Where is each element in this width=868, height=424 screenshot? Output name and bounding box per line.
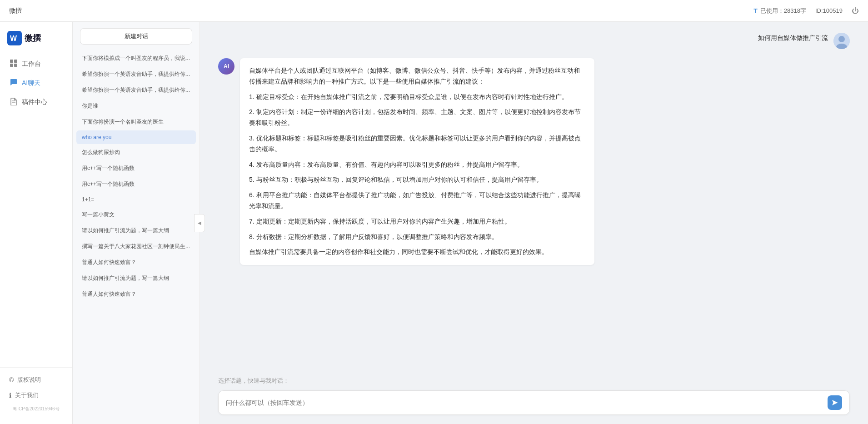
history-item[interactable]: 普通人如何快速致富？ <box>76 255 196 270</box>
icp-text: 粤ICP备2022015946号 <box>0 403 72 415</box>
copyright-icon: © <box>9 376 14 384</box>
nav-copyright-label: 版权说明 <box>17 376 41 384</box>
send-button[interactable] <box>828 395 842 410</box>
power-icon[interactable]: ⏻ <box>852 7 859 15</box>
nav-about[interactable]: ℹ 关于我们 <box>0 388 72 403</box>
sidebar-item-ai-chat[interactable]: AI聊天 <box>0 74 72 93</box>
topbar: 微撰 T 已使用：28318字 ID:100519 ⏻ <box>0 0 868 22</box>
history-item[interactable]: 下面你将扮演一个名叫圣友的医生 <box>76 115 196 130</box>
quick-suggestions: 选择话题，快速与我对话： <box>200 373 868 387</box>
history-item[interactable]: 1+1= <box>76 193 196 206</box>
sidebar-item-ai-chat-label: AI聊天 <box>22 79 40 87</box>
svg-point-9 <box>838 36 845 42</box>
logo-text: 微撰 <box>25 33 41 44</box>
history-list: 下面你将模拟成一个叫圣友的程序员，我说...希望你扮演一个英语发音助手，我提供给… <box>73 51 200 424</box>
history-item[interactable]: 撰写一篇关于八大家花园社区一刻钟便民生... <box>76 239 196 254</box>
ai-paragraph: 1. 确定目标受众：在开始自媒体推广引流之前，需要明确目标受众是谁，以便在发布内… <box>249 92 585 103</box>
ai-paragraph: 自媒体推广引流需要具备一定的内容创作和社交能力，同时也需要不断尝试和优化，才能取… <box>249 247 585 258</box>
ai-paragraph: 3. 优化标题和标签：标题和标签是吸引粉丝的重要因素。优化标题和标签可以让更多的… <box>249 133 585 155</box>
ai-message-row: AI 自媒体平台是个人或团队通过互联网平台（如博客、微博、微信公众号、抖音、快手… <box>218 58 850 265</box>
history-item[interactable]: 希望你扮演一个英语发音助手，我提供给你... <box>76 67 196 82</box>
suggestions-label: 选择话题，快速与我对话： <box>218 377 289 384</box>
id-label: ID:100519 <box>815 7 843 14</box>
logo-icon: W <box>7 31 22 45</box>
history-item[interactable]: 希望你扮演一个英语发音助手，我提供给你... <box>76 83 196 98</box>
chat-input[interactable] <box>226 397 823 408</box>
input-box <box>218 390 850 415</box>
chat-history-panel: 新建对话 下面你将模拟成一个叫圣友的程序员，我说...希望你扮演一个英语发音助手… <box>73 22 200 424</box>
main-layout: W 微撰 工作台 AI聊天 稿件中心 © 版权说明 <box>0 22 868 424</box>
history-item[interactable]: who are you <box>76 130 196 144</box>
topbar-title: 微撰 <box>9 7 22 15</box>
usage-info: T 已使用：28318字 <box>753 7 806 15</box>
ai-avatar: AI <box>218 58 234 75</box>
sidebar-item-drafts-label: 稿件中心 <box>22 98 47 106</box>
history-item[interactable]: 你是谁 <box>76 99 196 114</box>
ai-paragraph: 7. 定期更新：定期更新内容，保持活跃度，可以让用户对你的内容产生兴趣，增加用户… <box>249 216 585 227</box>
ai-paragraph: 6. 利用平台推广功能：自媒体平台都提供了推广功能，如广告投放、付费推广等，可以… <box>249 190 585 212</box>
workbench-icon <box>9 59 18 69</box>
history-item[interactable]: 用c++写一个随机函数 <box>76 177 196 192</box>
user-message-text: 如何用自媒体做推广引流 <box>758 34 828 41</box>
chat-area: 如何用自媒体做推广引流 AI 自媒体平台是个人或团队通过互联网平台（如博客、微博… <box>200 22 868 424</box>
user-avatar <box>833 33 850 49</box>
sidebar-item-drafts[interactable]: 稿件中心 <box>0 93 72 112</box>
ai-chat-icon <box>9 78 18 88</box>
usage-icon: T <box>753 7 758 15</box>
svg-text:W: W <box>10 35 17 42</box>
history-item[interactable]: 下面你将模拟成一个叫圣友的程序员，我说... <box>76 51 196 66</box>
svg-rect-3 <box>14 60 17 63</box>
history-item[interactable]: 写一篇小黄文 <box>76 207 196 222</box>
history-item[interactable]: 请以如何推广引流为题，写一篇大纲 <box>76 271 196 286</box>
history-item[interactable]: 请以如何推广引流为题，写一篇大纲 <box>76 223 196 238</box>
left-sidebar: W 微撰 工作台 AI聊天 稿件中心 © 版权说明 <box>0 22 73 424</box>
new-chat-button[interactable]: 新建对话 <box>80 28 192 45</box>
svg-rect-4 <box>10 64 13 67</box>
history-item[interactable]: 用c++写一个随机函数 <box>76 161 196 176</box>
about-icon: ℹ <box>9 392 11 399</box>
ai-paragraph: 4. 发布高质量内容：发布高质量、有价值、有趣的内容可以吸引更多的粉丝，并提高用… <box>249 160 585 170</box>
sidebar-item-workbench-label: 工作台 <box>22 60 41 68</box>
history-item[interactable]: 普通人如何快速致富？ <box>76 287 196 302</box>
user-message-content: 如何用自媒体做推广引流 <box>758 33 828 49</box>
logo: W 微撰 <box>0 31 72 55</box>
chat-messages: 如何用自媒体做推广引流 AI 自媒体平台是个人或团队通过互联网平台（如博客、微博… <box>200 22 868 373</box>
nav-bottom: © 版权说明 ℹ 关于我们 粤ICP备2022015946号 <box>0 367 72 415</box>
nav-copyright[interactable]: © 版权说明 <box>0 372 72 388</box>
input-area <box>200 387 868 424</box>
history-item[interactable]: 怎么做狗屎炒肉 <box>76 145 196 160</box>
svg-rect-2 <box>10 60 13 63</box>
drafts-icon <box>9 97 18 107</box>
topbar-right: T 已使用：28318字 ID:100519 ⏻ <box>753 7 859 15</box>
send-icon <box>831 399 838 406</box>
ai-paragraph: 5. 与粉丝互动：积极与粉丝互动，回复评论和私信，可以增加用户对你的认可和信任，… <box>249 175 585 185</box>
ai-message-content: 自媒体平台是个人或团队通过互联网平台（如博客、微博、微信公众号、抖音、快手等）发… <box>240 58 594 265</box>
ai-paragraph: 8. 分析数据：定期分析数据，了解用户反馈和喜好，以便调整推广策略和内容发布频率… <box>249 232 585 243</box>
svg-rect-5 <box>14 64 17 67</box>
sidebar-item-workbench[interactable]: 工作台 <box>0 55 72 74</box>
ai-paragraph: 2. 制定内容计划：制定一份详细的内容计划，包括发布时间、频率、主题、文案、图片… <box>249 107 585 129</box>
user-message-row: 如何用自媒体做推广引流 <box>218 33 850 49</box>
usage-label: 已使用：28318字 <box>760 7 806 15</box>
ai-paragraph: 自媒体平台是个人或团队通过互联网平台（如博客、微博、微信公众号、抖音、快手等）发… <box>249 65 585 87</box>
nav-about-label: 关于我们 <box>15 391 39 399</box>
collapse-button[interactable]: ◀ <box>194 214 205 232</box>
